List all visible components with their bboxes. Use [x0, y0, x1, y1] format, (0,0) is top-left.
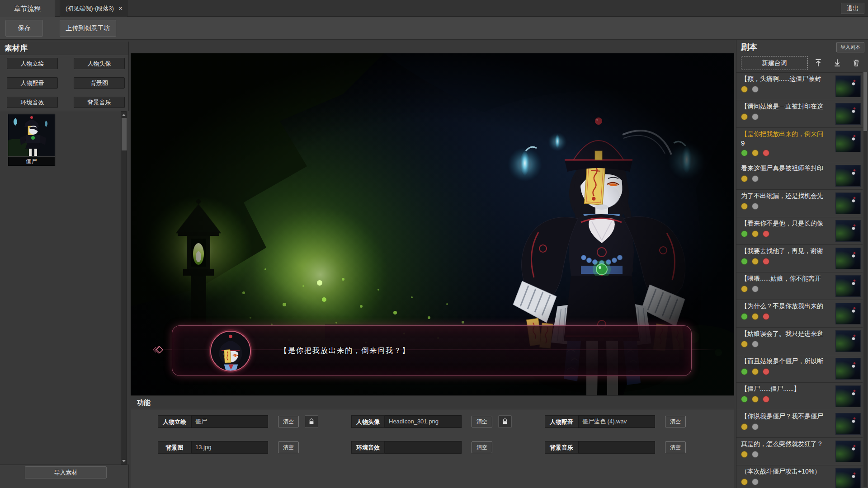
- lock-icon[interactable]: [305, 415, 318, 428]
- entry-thumbnail: [835, 413, 861, 435]
- status-dot-green[interactable]: [741, 368, 748, 375]
- functions-panel: 功能 人物立绘僵尸清空人物头像HeadIcon_301.png清空人物配音僵尸蓝…: [131, 395, 734, 488]
- clear-button[interactable]: 清空: [472, 441, 492, 453]
- status-dot-yellow[interactable]: [752, 368, 759, 375]
- script-entry-10[interactable]: 【而且姑娘是个僵尸，所以断: [736, 355, 863, 383]
- field-value[interactable]: 僵尸蓝色 (4).wav: [578, 415, 655, 428]
- entry-thumbnail: [835, 103, 861, 125]
- script-entry-7[interactable]: 【喂喂......姑娘，你不能离开: [736, 272, 863, 300]
- material-item-jiangshi[interactable]: 僵尸: [8, 114, 55, 166]
- clear-button[interactable]: 清空: [278, 441, 299, 453]
- tab-document-label: (初见端倪)-(段落3): [66, 5, 114, 13]
- script-scrollbar-thumb[interactable]: [863, 72, 867, 131]
- delete-icon[interactable]: [851, 57, 862, 68]
- status-dot-yellow[interactable]: [741, 286, 748, 292]
- category-button-2[interactable]: 人物配音: [7, 77, 58, 89]
- category-button-3[interactable]: 背景图: [74, 77, 125, 89]
- status-dot-yellow[interactable]: [741, 479, 748, 485]
- entry-thumbnail: [835, 330, 861, 352]
- exit-button[interactable]: 退出: [841, 3, 864, 14]
- script-entry-9[interactable]: 【姑娘误会了。我只是进来逛: [736, 328, 863, 355]
- script-entry-11[interactable]: 【僵尸......僵尸......】: [736, 383, 863, 410]
- status-dot-yellow[interactable]: [752, 230, 759, 237]
- status-dot-gray[interactable]: [752, 451, 759, 458]
- script-entry-1[interactable]: 【请问姑娘是一直被封印在这: [736, 100, 863, 128]
- lock-icon[interactable]: [498, 415, 512, 428]
- category-button-0[interactable]: 人物立绘: [7, 58, 58, 69]
- script-entry-4[interactable]: 为了不出纰漏，还是找机会先: [736, 190, 863, 217]
- status-dot-gray[interactable]: [752, 341, 759, 347]
- status-dot-yellow[interactable]: [752, 258, 759, 265]
- category-button-1[interactable]: 人物头像: [74, 58, 125, 69]
- script-entry-8[interactable]: 【为什么？不是你放我出来的: [736, 300, 863, 328]
- entry-status-dots: [741, 175, 833, 182]
- status-dot-green[interactable]: [741, 258, 748, 265]
- clear-button[interactable]: 清空: [278, 416, 299, 427]
- field-value[interactable]: 13.jpg: [191, 441, 268, 454]
- script-entry-6[interactable]: 【我要去找他了，再见，谢谢: [736, 245, 863, 272]
- import-material-button[interactable]: 导入素材: [25, 466, 107, 479]
- material-scrollbar[interactable]: [121, 111, 127, 465]
- status-dot-yellow[interactable]: [741, 423, 748, 430]
- script-entry-5[interactable]: 【看来你不是他，只是长的像: [736, 217, 863, 245]
- move-down-icon[interactable]: [832, 57, 843, 68]
- status-dot-green[interactable]: [741, 150, 748, 156]
- status-dot-yellow[interactable]: [752, 396, 759, 403]
- scrollbar-thumb[interactable]: [122, 118, 127, 150]
- script-entry-3[interactable]: 看来这僵尸真是被祖师爷封印: [736, 162, 863, 190]
- category-button-4[interactable]: 环境音效: [7, 97, 58, 108]
- import-script-button[interactable]: 导入剧本: [836, 42, 864, 52]
- status-dot-green[interactable]: [741, 230, 748, 237]
- field-value[interactable]: HeadIcon_301.png: [385, 415, 462, 428]
- status-dot-red[interactable]: [763, 313, 769, 320]
- script-entry-13[interactable]: 真是的，怎么突然就发狂了？: [736, 438, 863, 465]
- entry-text: 【额，头痛啊......这僵尸被封: [741, 75, 833, 83]
- field-value[interactable]: [578, 441, 655, 454]
- tab-document[interactable]: (初见端倪)-(段落3) ×: [60, 0, 127, 17]
- script-entry-14[interactable]: （本次战斗僵尸攻击+10%）: [736, 465, 863, 488]
- new-line-button[interactable]: 新建台词: [741, 56, 808, 70]
- status-dot-yellow[interactable]: [752, 313, 759, 320]
- status-dot-yellow[interactable]: [741, 341, 748, 347]
- status-dot-gray[interactable]: [752, 175, 759, 182]
- status-dot-yellow[interactable]: [741, 86, 748, 93]
- status-dot-yellow[interactable]: [741, 203, 748, 210]
- field-value[interactable]: [385, 441, 462, 454]
- status-dot-green[interactable]: [741, 313, 748, 320]
- clear-button[interactable]: 清空: [665, 441, 686, 453]
- clear-button[interactable]: 清空: [472, 416, 492, 427]
- clear-button[interactable]: 清空: [665, 416, 686, 427]
- tab-chapter-flow[interactable]: 章节流程: [0, 0, 55, 17]
- status-dot-gray[interactable]: [752, 86, 759, 93]
- move-up-icon[interactable]: [813, 57, 824, 68]
- script-entry-0[interactable]: 【额，头痛啊......这僵尸被封: [736, 73, 863, 100]
- status-dot-yellow[interactable]: [741, 175, 748, 182]
- status-dot-red[interactable]: [763, 230, 769, 237]
- category-button-5[interactable]: 背景音乐: [74, 97, 125, 108]
- status-dot-gray[interactable]: [752, 203, 759, 210]
- status-dot-red[interactable]: [763, 258, 769, 265]
- field-value[interactable]: 僵尸: [191, 415, 268, 428]
- field-label: 背景图: [158, 441, 191, 454]
- script-scrollbar[interactable]: [863, 72, 867, 487]
- upload-workshop-button[interactable]: 上传到创意工坊: [60, 20, 116, 37]
- save-button[interactable]: 保存: [5, 20, 43, 37]
- status-dot-gray[interactable]: [752, 479, 759, 485]
- script-entry-12[interactable]: 【你说我是僵尸？我不是僵尸: [736, 410, 863, 438]
- status-dot-red[interactable]: [763, 150, 769, 156]
- status-dot-gray[interactable]: [752, 286, 759, 292]
- scroll-down-icon[interactable]: [121, 458, 126, 464]
- functions-title: 功能: [131, 396, 734, 409]
- status-dot-red[interactable]: [763, 396, 769, 403]
- status-dot-yellow[interactable]: [752, 150, 759, 156]
- status-dot-yellow[interactable]: [741, 113, 748, 120]
- status-dot-gray[interactable]: [752, 113, 759, 120]
- status-dot-red[interactable]: [763, 368, 769, 375]
- app-window: 章节流程 (初见端倪)-(段落3) × 退出 保存 上传到创意工坊 素材库 人物…: [0, 0, 868, 488]
- status-dot-green[interactable]: [741, 396, 748, 403]
- script-entry-2[interactable]: 【是你把我放出来的，倒来问9: [736, 128, 863, 162]
- status-dot-yellow[interactable]: [741, 451, 748, 458]
- close-icon[interactable]: ×: [118, 5, 123, 12]
- scroll-up-icon[interactable]: [121, 112, 126, 117]
- status-dot-gray[interactable]: [752, 423, 759, 430]
